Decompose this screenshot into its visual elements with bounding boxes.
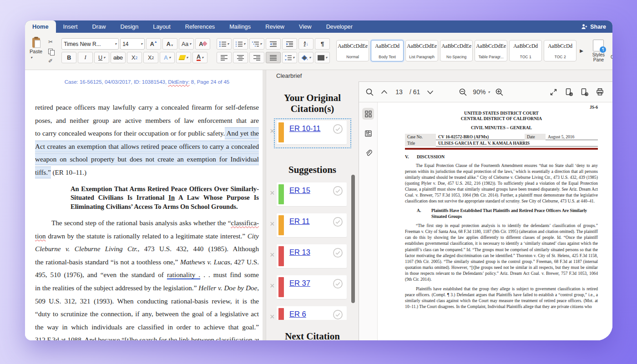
tab-review[interactable]: Review [258, 20, 292, 33]
citation-link[interactable]: ER 15 [289, 186, 310, 195]
tab-layout[interactable]: Layout [146, 20, 177, 33]
citation-link[interactable]: ER 13 [289, 248, 310, 257]
font-name-select[interactable]: Times New R...▾ [61, 38, 119, 50]
next-page-icon[interactable] [426, 88, 435, 96]
doc-line[interactable]: to carry concealed weapons for their occ… [35, 127, 259, 140]
align-center-button[interactable] [233, 52, 248, 63]
doc-line[interactable]: retired peace officers may lawfully carr… [35, 101, 259, 114]
citation-card-body[interactable]: ER 11 [277, 213, 347, 237]
tab-design[interactable]: Design [113, 20, 146, 33]
tab-insert[interactable]: Insert [56, 20, 85, 33]
multilevel-list-button[interactable]: ▾ [249, 38, 264, 50]
sort-button[interactable]: AZ↓ [298, 38, 313, 50]
style-table-paragr[interactable]: AaBbCcDdEeTable Paragr... [475, 40, 507, 61]
doc-line[interactable]: the way in which individuals are classif… [35, 321, 259, 334]
dismiss-citation-button[interactable]: × [270, 313, 275, 320]
copy-button[interactable] [46, 47, 55, 56]
numbering-button[interactable]: ▾ [233, 38, 248, 50]
doc-line[interactable]: 509 U.S. 312, 321 (1993). When conductin… [35, 295, 259, 308]
doc-line[interactable]: weapon on school property but does not c… [35, 153, 259, 166]
check-circle-icon[interactable] [333, 124, 343, 134]
cut-button[interactable]: ✂ [46, 38, 55, 46]
zoom-out-icon[interactable] [459, 88, 467, 96]
document-canvas[interactable]: Case: 16-56125, 04/03/2017, ID: 10381543… [25, 70, 266, 340]
style-toc-1[interactable]: AaBbCcDdTOC 1 [509, 40, 542, 61]
export-document-icon[interactable] [565, 88, 573, 96]
font-color-button[interactable]: A▾ [192, 52, 207, 63]
doc-line[interactable]: Situated Civilians Is Irrational In A La… [71, 193, 259, 202]
doc-line[interactable]: Eliminating Civilians’ Access To Arms On… [71, 202, 259, 212]
tab-mailings[interactable]: Mailings [222, 20, 258, 33]
check-circle-icon[interactable] [333, 278, 343, 289]
bookmarks-button[interactable] [362, 127, 374, 139]
dismiss-citation-button[interactable]: × [270, 251, 275, 259]
doc-line[interactable]: The second step of the rational basis an… [35, 217, 259, 230]
superscript-button[interactable]: X2 [143, 52, 158, 63]
citation-card-body[interactable]: ER 15 [277, 182, 347, 206]
more-styles-button[interactable]: ▶ [579, 48, 584, 53]
decrease-indent-button[interactable] [266, 38, 281, 50]
page-number-input[interactable]: 13 [394, 88, 404, 96]
zoom-level-select[interactable]: 90%▾ [473, 88, 490, 96]
line-spacing-button[interactable]: ▾ [282, 52, 297, 63]
citation-card-body[interactable]: ER 13 [277, 244, 347, 268]
font-size-select[interactable]: 14▾ [120, 38, 145, 50]
underline-button[interactable]: U▾ [94, 52, 109, 63]
strikethrough-button[interactable]: abe [111, 52, 126, 63]
style-no-spacing[interactable]: AaBbCcDdEeNo Spacing [440, 40, 473, 61]
align-right-button[interactable] [249, 52, 264, 63]
italic-button[interactable]: I [78, 52, 93, 63]
suggestions-scrollbar[interactable] [351, 175, 355, 303]
attachments-button[interactable] [362, 147, 374, 159]
bullets-button[interactable]: ▾ [217, 38, 232, 50]
citation-card-body[interactable]: ER 37 [277, 275, 347, 299]
citation-card-body[interactable]: ER 10-11 [277, 121, 347, 144]
shrink-font-button[interactable]: A▼ [162, 38, 177, 50]
style-toc-2[interactable]: AaBbCcDdTOC 2 [544, 40, 576, 61]
doc-line[interactable]: “duty to scrutinize the connection, if a… [35, 308, 259, 321]
share-button[interactable]: Share [581, 20, 612, 33]
tab-developer[interactable]: Developer [319, 20, 360, 33]
check-circle-icon[interactable] [333, 217, 343, 227]
check-circle-icon[interactable] [333, 248, 343, 258]
citation-link[interactable]: ER 6 [289, 310, 306, 318]
check-circle-icon[interactable] [333, 309, 343, 320]
doc-line[interactable]: poses, and neither group are active memb… [35, 114, 259, 127]
thumbnails-toggle-button[interactable] [362, 108, 374, 120]
citation-card-body[interactable]: ER 6 [277, 306, 347, 320]
tab-view[interactable]: View [292, 20, 319, 33]
justify-button[interactable] [266, 52, 281, 63]
doc-line[interactable]: in the realities of the subject addresse… [35, 282, 259, 295]
styles-pane-button[interactable]: Styles Pane [591, 40, 607, 62]
doc-line[interactable]: tion drawn by the statute is rationally … [35, 230, 259, 243]
doc-line[interactable]: tiffs.” (ER 10–11.) [35, 166, 259, 179]
text-effects-button[interactable]: A▾ [160, 52, 175, 63]
increase-indent-button[interactable] [282, 38, 297, 50]
align-left-button[interactable] [217, 52, 232, 63]
dismiss-citation-button[interactable]: × [270, 282, 275, 290]
citation-link[interactable]: ER 11 [289, 217, 310, 226]
dismiss-citation-button[interactable]: × [270, 189, 275, 197]
citation-link[interactable]: ER 37 [289, 279, 310, 288]
style-list-paragraph[interactable]: AaBbCcDdEeList Paragraph [405, 40, 438, 61]
doc-line[interactable]: Act creates an exemption that allows ret… [35, 140, 259, 153]
doc-line[interactable]: 495, 510 (1976), and “even the standard … [35, 268, 259, 282]
check-circle-icon[interactable] [333, 186, 343, 196]
citation-link[interactable]: ER 10-11 [289, 124, 320, 133]
shading-button[interactable]: ▾ [298, 52, 313, 63]
doc-line[interactable]: the rational-basis standard “is not a to… [35, 256, 259, 269]
show-formatting-button[interactable]: ¶ [315, 38, 330, 50]
borders-button[interactable]: ▾ [315, 52, 330, 63]
doc-line[interactable]: Cleburne v. Cleburne Living Ctr., 473 U.… [35, 243, 259, 256]
style-normal[interactable]: AaBbCcDdEeNormal [336, 40, 369, 61]
download-document-icon[interactable] [580, 88, 589, 96]
grow-font-button[interactable]: A▲ [146, 38, 161, 50]
previous-page-icon[interactable] [380, 88, 389, 96]
style-body-text[interactable]: AaBbCcDdBody Text [371, 40, 404, 61]
document-scrollbar[interactable] [263, 70, 266, 340]
print-icon[interactable] [596, 88, 604, 96]
bold-button[interactable]: B [61, 52, 76, 63]
format-painter-button[interactable]: ✐ [46, 57, 55, 65]
clear-formatting-button[interactable]: A [195, 38, 210, 50]
dismiss-citation-button[interactable]: × [270, 220, 275, 228]
